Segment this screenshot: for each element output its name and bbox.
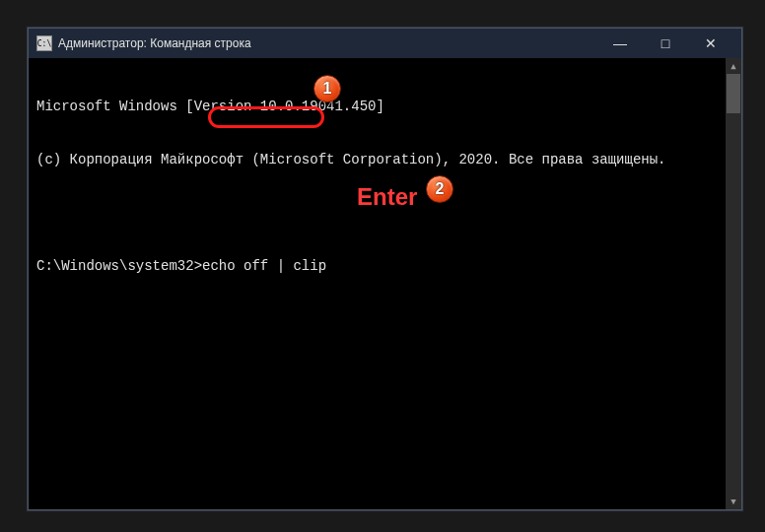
cmd-window: C:\ Администратор: Командная строка — □ … [28,28,742,510]
scroll-down-icon[interactable]: ▼ [726,494,741,509]
cmd-icon: C:\ [36,35,52,51]
terminal-line: Microsoft Windows [Version 10.0.19041.45… [36,98,733,115]
terminal-blank [36,204,733,222]
window-title: Администратор: Командная строка [58,36,597,50]
command-input[interactable]: echo off | clip [202,258,326,274]
scrollbar-thumb[interactable] [727,74,740,113]
scrollbar[interactable]: ▲ ▼ [726,58,741,509]
terminal-body[interactable]: Microsoft Windows [Version 10.0.19041.45… [29,58,741,509]
maximize-button[interactable]: □ [643,29,688,58]
window-controls: — □ ✕ [597,29,733,58]
minimize-button[interactable]: — [597,29,643,58]
scrollbar-track[interactable] [726,74,741,494]
titlebar[interactable]: C:\ Администратор: Командная строка — □ … [29,29,741,58]
close-button[interactable]: ✕ [688,29,733,58]
scroll-up-icon[interactable]: ▲ [726,58,741,74]
terminal-line: (c) Корпорация Майкрософт (Microsoft Cor… [36,151,733,168]
prompt: C:\Windows\system32> [36,258,202,274]
terminal-prompt-line: C:\Windows\system32>echo off | clip [36,257,733,275]
